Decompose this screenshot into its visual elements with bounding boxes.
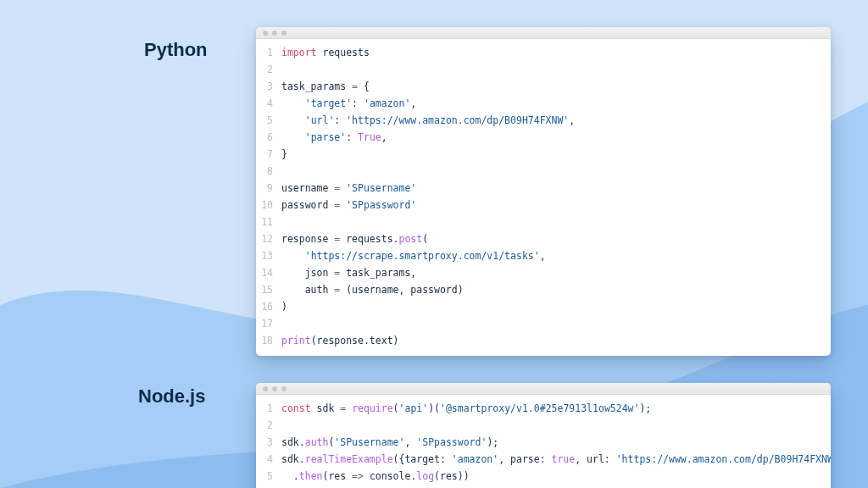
code-line: 16)	[256, 298, 831, 315]
code-text	[281, 163, 831, 180]
window-dot-icon	[263, 386, 268, 391]
line-number: 6	[256, 485, 281, 488]
code-text: auth = (username, password)	[281, 281, 831, 298]
node-label: Node.js	[138, 385, 205, 408]
code-text: .then(res => console.log(res))	[281, 468, 831, 485]
line-number: 12	[256, 230, 281, 247]
window-titlebar	[256, 383, 831, 395]
line-number: 9	[256, 180, 281, 197]
python-code-block: 1import requests23task_params = {4 'targ…	[256, 39, 831, 356]
node-code-block: 1const sdk = require('api')('@smartproxy…	[256, 395, 831, 488]
code-line: 10password = 'SPpassword'	[256, 197, 831, 214]
code-line: 13 'https://scrape.smartproxy.com/v1/tas…	[256, 247, 831, 264]
python-code-window: 1import requests23task_params = {4 'targ…	[256, 27, 831, 356]
code-line: 12response = requests.post(	[256, 230, 831, 247]
code-line: 7}	[256, 146, 831, 163]
line-number: 10	[256, 197, 281, 214]
window-dot-icon	[272, 30, 277, 36]
line-number: 2	[256, 61, 281, 78]
code-line: 5 'url': 'https://www.amazon.com/dp/B09H…	[256, 112, 831, 129]
code-line: 2	[256, 61, 831, 78]
code-line: 18print(response.text)	[256, 332, 831, 349]
code-line: 1import requests	[256, 44, 831, 61]
code-line: 1const sdk = require('api')('@smartproxy…	[256, 400, 831, 417]
code-line: 4sdk.realTimeExample({target: 'amazon', …	[256, 451, 831, 468]
window-dot-icon	[281, 30, 287, 36]
python-label: Python	[144, 39, 208, 61]
code-text: import requests	[281, 44, 831, 61]
line-number: 4	[256, 95, 281, 112]
code-line: 14 json = task_params,	[256, 264, 831, 281]
code-text: password = 'SPpassword'	[281, 197, 831, 214]
line-number: 7	[256, 146, 281, 163]
line-number: 11	[256, 214, 281, 230]
line-number: 6	[256, 129, 281, 146]
line-number: 16	[256, 298, 281, 315]
code-text: 'url': 'https://www.amazon.com/dp/B09H74…	[281, 112, 831, 129]
window-titlebar	[256, 27, 831, 39]
code-line: 8	[256, 163, 831, 180]
code-text	[281, 417, 831, 434]
code-line: 17	[256, 315, 831, 332]
code-line: 5 .then(res => console.log(res))	[256, 468, 831, 485]
line-number: 2	[256, 417, 281, 434]
window-dot-icon	[263, 30, 268, 36]
line-number: 1	[256, 400, 281, 417]
code-text: 'https://scrape.smartproxy.com/v1/tasks'…	[281, 247, 831, 264]
code-line: 6 .catch(err => console.error(err));	[256, 485, 831, 488]
line-number: 18	[256, 332, 281, 349]
code-text: print(response.text)	[281, 332, 831, 349]
code-line: 3task_params = {	[256, 78, 831, 95]
code-text: json = task_params,	[281, 264, 831, 281]
code-text: 'parse': True,	[281, 129, 831, 146]
code-text: response = requests.post(	[281, 230, 831, 247]
code-text: 'target': 'amazon',	[281, 95, 831, 112]
code-line: 4 'target': 'amazon',	[256, 95, 831, 112]
line-number: 5	[256, 112, 281, 129]
line-number: 3	[256, 78, 281, 95]
code-text: )	[281, 298, 831, 315]
code-line: 9username = 'SPusername'	[256, 180, 831, 197]
code-text: }	[281, 146, 831, 163]
window-dot-icon	[272, 386, 277, 391]
code-line: 15 auth = (username, password)	[256, 281, 831, 298]
code-text	[281, 214, 831, 230]
line-number: 17	[256, 315, 281, 332]
code-line: 3sdk.auth('SPusername', 'SPpassword');	[256, 434, 831, 451]
code-text: .catch(err => console.error(err));	[281, 485, 831, 488]
code-text: task_params = {	[281, 78, 831, 95]
node-code-window: 1const sdk = require('api')('@smartproxy…	[256, 383, 831, 488]
window-dot-icon	[281, 386, 287, 391]
code-text: sdk.auth('SPusername', 'SPpassword');	[281, 434, 831, 451]
code-text: const sdk = require('api')('@smartproxy/…	[281, 400, 831, 417]
line-number: 14	[256, 264, 281, 281]
code-line: 6 'parse': True,	[256, 129, 831, 146]
code-text: sdk.realTimeExample({target: 'amazon', p…	[281, 451, 831, 468]
code-text	[281, 61, 831, 78]
line-number: 3	[256, 434, 281, 451]
code-text	[281, 315, 831, 332]
code-line: 2	[256, 417, 831, 434]
line-number: 5	[256, 468, 281, 485]
line-number: 4	[256, 451, 281, 468]
line-number: 15	[256, 281, 281, 298]
code-line: 11	[256, 214, 831, 230]
line-number: 1	[256, 44, 281, 61]
line-number: 13	[256, 247, 281, 264]
line-number: 8	[256, 163, 281, 180]
code-text: username = 'SPusername'	[281, 180, 831, 197]
